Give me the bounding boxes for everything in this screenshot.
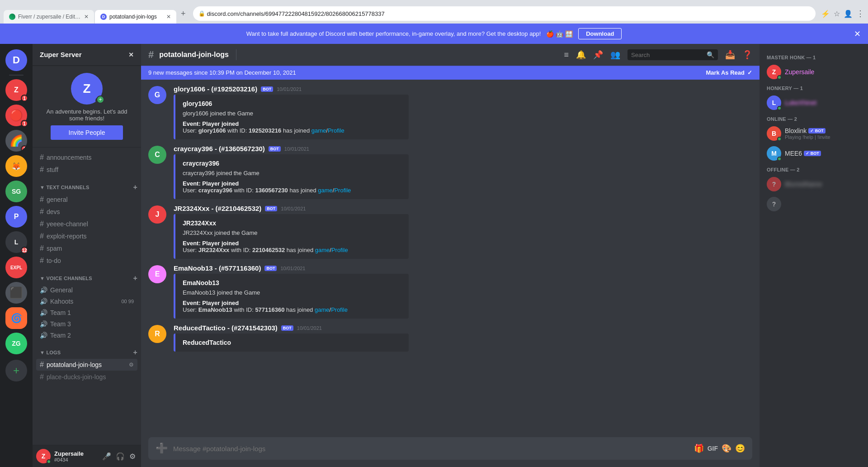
gif-button[interactable]: GIF	[708, 445, 718, 452]
server-list: D Z 1 🔴 1 🌈 1 🦊 SG P L 12 EXPL	[0, 44, 33, 467]
members-button[interactable]: 👥	[610, 50, 620, 60]
member-item[interactable]: Z Zupersaile	[763, 62, 864, 82]
browser-tab-discord[interactable]: D potatoland-join-logs ✕	[95, 10, 176, 24]
settings-button[interactable]: ⚙	[127, 450, 137, 462]
channel-item-stuff[interactable]: # stuff	[36, 164, 137, 176]
search-input[interactable]	[631, 52, 703, 58]
server-icon-8[interactable]: EXPL	[5, 257, 27, 278]
server-icon-4[interactable]: 🦊	[5, 155, 27, 177]
embed-field-value: User: EmaNoob13 with ID: 577116360 has j…	[183, 306, 401, 313]
messages-area[interactable]: G glory1606 - (#1925203216) BOT 10/01/20…	[141, 80, 760, 437]
server-icon-2[interactable]: 🔴 1	[5, 105, 27, 126]
message-timestamp: 10/01/2021	[280, 266, 305, 271]
server-icon-zg[interactable]: ZG	[5, 333, 27, 354]
member-item-offline2[interactable]: ?	[763, 194, 864, 214]
embed-description: EmaNoob13 joined the Game	[183, 289, 401, 296]
embed-title: EmaNoob13	[183, 279, 401, 286]
hash-icon: #	[40, 208, 44, 216]
menu-btn[interactable]: ⋮	[856, 9, 864, 19]
add-channel-icon[interactable]: +	[133, 348, 137, 357]
server-icon-1[interactable]: Z 1	[5, 79, 27, 101]
game-link[interactable]: game	[315, 306, 330, 313]
channel-item-todo[interactable]: # to-do	[36, 255, 137, 267]
member-item-mee6[interactable]: M MEE6 ✓ BOT	[763, 143, 864, 163]
channel-item-general-voice[interactable]: 🔊 General	[36, 285, 137, 295]
message-username: JR2324Xxx - (#2210462532)	[174, 205, 261, 212]
inbox-button[interactable]: 📥	[725, 50, 735, 60]
channel-item-team2[interactable]: 🔊 Team 2	[36, 330, 137, 341]
message-input[interactable]	[173, 439, 689, 458]
channel-item-announcements[interactable]: # announcements	[36, 152, 137, 163]
extensions-btn[interactable]: ⚡	[821, 10, 830, 18]
channel-item-spam[interactable]: # spam	[36, 243, 137, 254]
message-avatar: J	[148, 205, 166, 224]
channel-item-general[interactable]: # general	[36, 194, 137, 205]
channel-item-team3[interactable]: 🔊 Team 3	[36, 319, 137, 329]
profile-link[interactable]: Profile	[331, 306, 348, 313]
account-btn[interactable]: 👤	[844, 10, 853, 18]
member-item-offline1[interactable]: ? BlurredName	[763, 174, 864, 194]
microphone-button[interactable]: 🎤	[100, 450, 113, 462]
discord-home-icon[interactable]: D	[5, 49, 27, 71]
notification-button[interactable]: 🔔	[576, 50, 586, 60]
headphone-button[interactable]: 🎧	[114, 450, 127, 462]
profile-link[interactable]: Profile	[328, 127, 344, 134]
server-icon-zuper[interactable]: 🌀	[5, 307, 27, 329]
download-button[interactable]: Download	[578, 28, 622, 39]
game-link[interactable]: game	[318, 187, 333, 194]
profile-link[interactable]: Profile	[331, 247, 348, 253]
embed-description: JR2324Xxx joined the Game	[183, 229, 401, 236]
embed-title: JR2324Xxx	[183, 219, 401, 227]
new-tab-button[interactable]: +	[177, 9, 189, 19]
tab1-close[interactable]: ✕	[84, 14, 89, 20]
invite-people-button[interactable]: Invite People	[51, 125, 123, 140]
member-item-bloxlink[interactable]: B Bloxlink ✓ BOT Playing !help | !invite	[763, 124, 864, 143]
add-attachment-button[interactable]: ➕	[156, 437, 168, 460]
add-channel-icon[interactable]: +	[133, 274, 137, 282]
pin-button[interactable]: 📌	[593, 50, 603, 60]
profile-link[interactable]: Profile	[334, 187, 351, 194]
add-server-button[interactable]: +	[5, 360, 27, 381]
channel-item-kahoots[interactable]: 🔊 Kahoots 00 99	[36, 296, 137, 307]
channel-item-team1[interactable]: 🔊 Team 1	[36, 307, 137, 318]
browser-tab-fiverr[interactable]: Fiverr / zupersaile / Edit Gig ✕	[4, 10, 94, 24]
channel-item-exploit-reports[interactable]: # exploit-reports	[36, 230, 137, 242]
bookmark-btn[interactable]: ☆	[834, 10, 840, 18]
hash-icon: #	[40, 257, 44, 265]
channel-name: Kahoots	[50, 298, 73, 305]
member-section-title: HONKERY — 1	[763, 82, 864, 93]
add-channel-icon[interactable]: +	[133, 183, 137, 191]
gift-button[interactable]: 🎁	[694, 443, 704, 453]
text-channels-category[interactable]: ▼ TEXT CHANNELS +	[33, 176, 141, 193]
server-header[interactable]: Zuper Server ✕	[33, 44, 141, 66]
search-box[interactable]: 🔍	[627, 49, 718, 60]
server-icon-9[interactable]: ⬛	[5, 282, 27, 304]
emoji-button[interactable]: 😊	[735, 443, 745, 453]
voice-channels-category[interactable]: ▼ VOICE CHANNELS +	[33, 267, 141, 284]
server-icon-7[interactable]: L 12	[5, 231, 27, 253]
promo-close-button[interactable]: ✕	[854, 29, 861, 39]
channel-item-yeeee[interactable]: # yeeee-channel	[36, 218, 137, 230]
message-content: craycray396 - (#1360567230) BOT 10/01/20…	[174, 145, 752, 199]
channel-item-place-ducks[interactable]: # place-ducks-join-logs	[36, 371, 137, 383]
channel-item-potatoland-join-logs[interactable]: # potatoland-join-logs ⚙	[36, 359, 137, 371]
mark-as-read-button[interactable]: Mark As Read ✓	[706, 69, 753, 76]
tab2-close[interactable]: ✕	[166, 14, 171, 20]
channel-name: Team 3	[50, 320, 71, 328]
member-item[interactable]: L LukeXhinet	[763, 93, 864, 113]
server-icon-5[interactable]: SG	[5, 181, 27, 202]
help-button[interactable]: ❓	[742, 50, 752, 60]
game-link[interactable]: game	[311, 127, 326, 134]
message-embed: ReducedTactico	[174, 334, 409, 352]
embed-description: craycray396 joined the Game	[183, 170, 401, 176]
logs-category[interactable]: ▼ LOGS +	[33, 341, 141, 358]
message-timestamp: 10/01/2021	[297, 325, 322, 331]
game-link[interactable]: game	[315, 247, 330, 253]
channel-item-devs[interactable]: # devs	[36, 206, 137, 218]
server-icon-3[interactable]: 🌈 1	[5, 130, 27, 152]
address-bar[interactable]: discord.com/channels/699477222804815922/…	[207, 10, 810, 17]
hash-icon: #	[40, 166, 44, 174]
server-icon-6[interactable]: P	[5, 206, 27, 228]
threads-button[interactable]: ≡	[564, 50, 569, 60]
sticker-button[interactable]: 🎨	[722, 443, 731, 453]
